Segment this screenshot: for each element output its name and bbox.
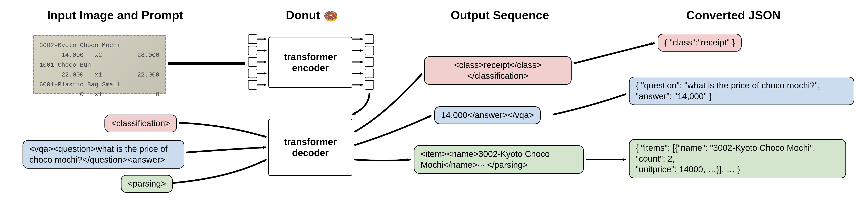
json-vqa-line2: "answer": "14,000" } — [636, 91, 847, 102]
transformer-encoder-box: transformer encoder — [268, 37, 352, 88]
receipt-line: 22.000 x122.000 — [39, 70, 159, 80]
token — [248, 34, 257, 44]
donut-icon: 🍩 — [323, 9, 338, 23]
json-parsing-line3: "unitprice": 14000, …}], … } — [636, 164, 839, 175]
json-parsing-line1: { "items": [{"name": "3002-Kyoto Choco M… — [636, 143, 839, 153]
output-classification: <class>receipt</class> </classification> — [424, 56, 571, 85]
model-name: Donut — [286, 8, 320, 22]
prompt-vqa: <vqa><question>what is the price of choc… — [23, 140, 184, 169]
receipt-line: 6001-Plastic Bag Small — [39, 80, 159, 90]
heading-model: Donut 🍩 — [286, 8, 338, 23]
token — [365, 46, 374, 55]
output-vqa: 14,000</answer></vqa> — [434, 106, 540, 124]
json-parsing-line2: "count": 2, — [636, 153, 839, 164]
token — [365, 80, 374, 90]
transformer-decoder-box: transformer decoder — [268, 118, 352, 176]
prompt-classification: <classification> — [104, 114, 177, 132]
output-parsing: <item><name>3002-Kyoto Choco Mochi</name… — [414, 145, 584, 174]
token — [248, 46, 257, 55]
token — [365, 57, 374, 67]
receipt-line: 3002-Kyoto Choco Mochi — [39, 40, 159, 50]
json-vqa: { "question": "what is the price of choc… — [629, 77, 854, 105]
encoder-input-tokens — [248, 34, 257, 90]
json-vqa-line1: { "question": "what is the price of choc… — [636, 80, 847, 91]
token — [248, 80, 257, 90]
token — [248, 57, 257, 67]
heading-json: Converted JSON — [686, 8, 781, 22]
token — [365, 69, 374, 78]
json-parsing: { "items": [{"name": "3002-Kyoto Choco M… — [629, 139, 846, 178]
input-receipt-image: 3002-Kyoto Choco Mochi 14.000 x228.00010… — [33, 35, 166, 94]
json-classification: { "class":"receipt" } — [658, 34, 742, 52]
encoder-output-tokens — [365, 34, 374, 90]
receipt-line: 0 x10 — [39, 90, 159, 99]
prompt-parsing: <parsing> — [121, 175, 173, 193]
receipt-line: 1001-Choco Bun — [39, 60, 159, 70]
receipt-line: 14.000 x228.000 — [39, 50, 159, 60]
heading-output: Output Sequence — [451, 8, 549, 22]
token — [365, 34, 374, 44]
heading-input: Input Image and Prompt — [47, 8, 183, 22]
token — [248, 69, 257, 78]
